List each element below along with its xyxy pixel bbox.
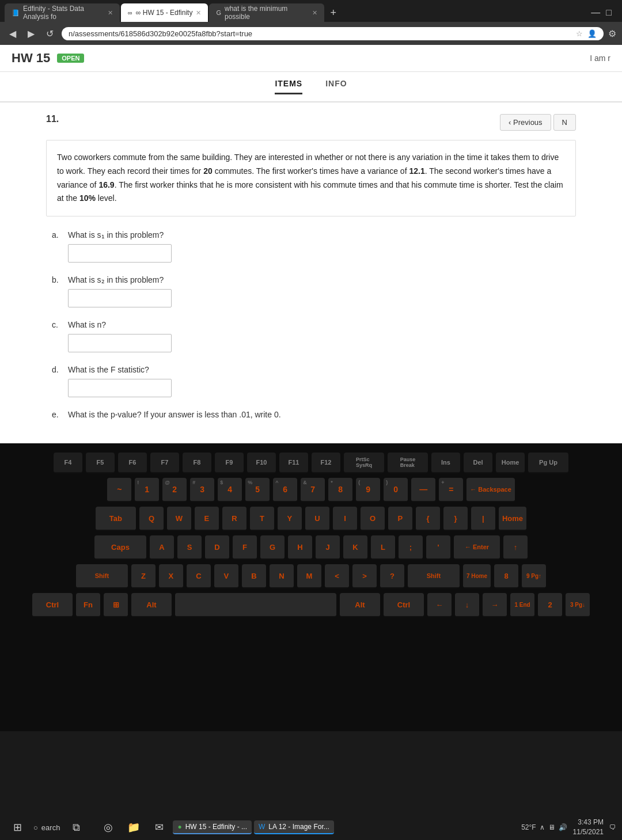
key-e[interactable]: E (195, 507, 219, 531)
key-z[interactable]: Z (131, 564, 156, 588)
key-p[interactable]: P (388, 507, 412, 531)
key-d[interactable]: D (205, 535, 229, 560)
key-2-down[interactable]: 2 (538, 593, 562, 617)
key-alt-right[interactable]: Alt (340, 593, 380, 617)
answer-input-d[interactable] (68, 379, 172, 397)
forward-button[interactable]: ▶ (24, 27, 38, 40)
key-prtsc[interactable]: PrtScSysRq (344, 453, 384, 473)
tab-google-close[interactable]: ✕ (312, 9, 317, 17)
taskbar-edge[interactable]: ◎ (97, 817, 120, 838)
key-6[interactable]: ^6 (273, 478, 297, 502)
notification-icon[interactable]: 🗨 (609, 823, 616, 831)
answer-input-c[interactable] (68, 334, 172, 352)
address-bar[interactable]: n/assessments/618586d302b92e0025fa8fbb?s… (62, 27, 604, 40)
key-ctrl-left[interactable]: Ctrl (32, 593, 73, 617)
key-f11[interactable]: F11 (279, 453, 308, 473)
key-4[interactable]: $4 (218, 478, 242, 502)
key-0[interactable]: )0 (384, 478, 408, 502)
bookmark-icon[interactable]: ☆ (576, 29, 583, 38)
tab-info[interactable]: INFO (325, 79, 347, 94)
taskbar-task-view[interactable]: ⧉ (65, 817, 88, 838)
tab-edfinity-close[interactable]: ✕ (108, 9, 113, 17)
key-down-arrow[interactable]: ↓ (455, 593, 479, 617)
taskbar-folder[interactable]: 📁 (122, 817, 145, 838)
taskbar-la12-app[interactable]: W LA 12 - Image For... (254, 820, 334, 834)
key-f12[interactable]: F12 (312, 453, 340, 473)
taskbar-search-area[interactable]: ○ earch (33, 823, 60, 832)
reload-button[interactable]: ↺ (43, 27, 57, 40)
key-shift-right[interactable]: Shift (408, 564, 460, 588)
key-l[interactable]: L (371, 535, 395, 560)
key-fn[interactable]: Fn (76, 593, 100, 617)
back-button[interactable]: ◀ (6, 27, 20, 40)
key-backslash[interactable]: | (471, 507, 495, 531)
previous-button[interactable]: ‹ Previous (500, 114, 551, 131)
key-f[interactable]: F (233, 535, 257, 560)
key-v[interactable]: V (214, 564, 238, 588)
tab-hw15[interactable]: ∞ ∞ HW 15 - Edfinity ✕ (121, 3, 208, 22)
windows-start-button[interactable]: ⊞ (6, 817, 29, 838)
taskbar-clock[interactable]: 3:43 PM 11/5/2021 (573, 818, 604, 837)
key-g[interactable]: G (260, 535, 285, 560)
tab-hw15-close[interactable]: ✕ (196, 9, 201, 17)
key-minus[interactable]: — (411, 478, 435, 502)
key-3-pgdn[interactable]: 3 Pg↓ (566, 593, 590, 617)
key-f5[interactable]: F5 (86, 453, 115, 473)
key-m[interactable]: M (297, 564, 321, 588)
key-o[interactable]: O (361, 507, 385, 531)
key-f7[interactable]: F7 (150, 453, 179, 473)
key-home-fn[interactable]: Home (496, 453, 525, 473)
answer-input-a[interactable] (68, 244, 172, 263)
key-semicolon[interactable]: ; (399, 535, 423, 560)
next-button[interactable]: N (553, 114, 576, 131)
key-1[interactable]: !1 (135, 478, 159, 502)
maximize-button[interactable]: □ (606, 7, 612, 18)
tab-items[interactable]: ITEMS (275, 79, 302, 94)
key-slash[interactable]: ? (380, 564, 404, 588)
key-s[interactable]: S (177, 535, 202, 560)
key-quote[interactable]: ' (426, 535, 450, 560)
taskbar-mail[interactable]: ✉ (147, 817, 170, 838)
key-f9[interactable]: F9 (215, 453, 244, 473)
key-left-arrow[interactable]: ← (427, 593, 452, 617)
key-equals[interactable]: += (439, 478, 463, 502)
key-f4[interactable]: F4 (54, 453, 82, 473)
key-w[interactable]: W (167, 507, 191, 531)
key-pgup-fn[interactable]: Pg Up (528, 453, 568, 473)
key-7[interactable]: &7 (301, 478, 325, 502)
key-3[interactable]: #3 (190, 478, 214, 502)
key-del[interactable]: Del (464, 453, 492, 473)
key-r[interactable]: R (222, 507, 246, 531)
key-period[interactable]: > (352, 564, 377, 588)
key-j[interactable]: J (316, 535, 340, 560)
key-f6[interactable]: F6 (118, 453, 147, 473)
minimize-button[interactable]: — (591, 7, 600, 18)
key-1-end[interactable]: 1 End (510, 593, 534, 617)
profile-icon[interactable]: 👤 (587, 29, 597, 38)
key-backspace[interactable]: ← Backspace (466, 478, 515, 502)
key-comma[interactable]: < (325, 564, 349, 588)
key-i[interactable]: I (333, 507, 357, 531)
key-5[interactable]: %5 (245, 478, 270, 502)
key-shift-left[interactable]: Shift (76, 564, 128, 588)
taskbar-hw15-app[interactable]: ● HW 15 - Edfinity - ... (173, 820, 252, 834)
key-caps[interactable]: Caps (94, 535, 146, 560)
key-9-pgup[interactable]: 9 Pg↑ (522, 564, 546, 588)
key-x[interactable]: X (159, 564, 183, 588)
key-tilde[interactable]: ~ (107, 478, 131, 502)
key-home-q[interactable]: Home (499, 507, 526, 531)
key-space[interactable] (175, 593, 336, 617)
key-t[interactable]: T (250, 507, 274, 531)
key-y[interactable]: Y (278, 507, 302, 531)
key-alt-left[interactable]: Alt (131, 593, 172, 617)
key-b[interactable]: B (242, 564, 266, 588)
key-h[interactable]: H (288, 535, 312, 560)
new-tab-button[interactable]: + (325, 5, 341, 21)
key-ins[interactable]: Ins (431, 453, 460, 473)
answer-input-b[interactable] (68, 289, 172, 307)
key-8-up[interactable]: 8 (494, 564, 518, 588)
key-c[interactable]: C (187, 564, 211, 588)
key-ctrl-right[interactable]: Ctrl (384, 593, 424, 617)
key-u[interactable]: U (305, 507, 329, 531)
key-win[interactable]: ⊞ (104, 593, 128, 617)
